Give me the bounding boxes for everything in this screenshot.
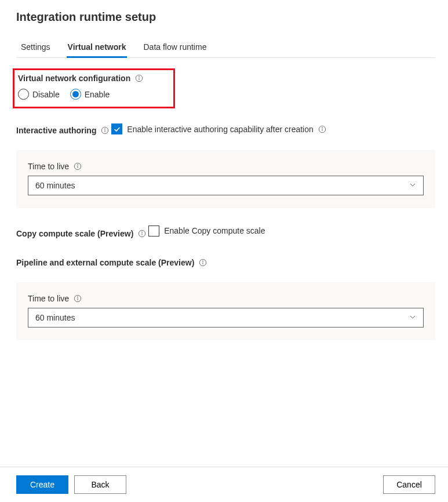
pipeline-label: Pipeline and external compute scale (Pre…	[16, 258, 207, 267]
vnet-config-label: Virtual network configuration	[18, 74, 143, 83]
interactive-ttl-value: 60 minutes	[35, 181, 75, 190]
interactive-label-text: Interactive authoring	[16, 126, 96, 135]
back-button[interactable]: Back	[74, 475, 126, 494]
interactive-authoring-section: Interactive authoring Enable interactive…	[16, 120, 435, 208]
svg-point-13	[142, 231, 143, 232]
radio-disable-label: Disable	[32, 90, 60, 99]
copy-compute-checkbox[interactable]	[148, 225, 159, 237]
svg-point-1	[139, 77, 140, 77]
pipeline-ttl-select[interactable]: 60 minutes	[28, 308, 424, 328]
interactive-checkbox-row: Enable interactive authoring capability …	[111, 123, 326, 134]
interactive-checkbox[interactable]	[111, 123, 122, 134]
interactive-ttl-label-text: Time to live	[28, 162, 69, 171]
pipeline-ttl-label-text: Time to live	[28, 294, 69, 303]
interactive-ttl-label: Time to live	[28, 162, 82, 171]
pipeline-ttl-value: 60 minutes	[35, 313, 75, 322]
interactive-label: Interactive authoring	[16, 126, 109, 135]
copy-compute-label: Copy compute scale (Preview)	[16, 229, 146, 238]
pipeline-ttl-panel: Time to live 60 minutes	[16, 282, 435, 340]
cancel-button[interactable]: Cancel	[383, 475, 435, 494]
vnet-radio-group: Disable Enable	[18, 89, 165, 100]
copy-compute-section: Copy compute scale (Preview) Enable Copy…	[16, 222, 435, 244]
svg-point-10	[78, 164, 78, 165]
pipeline-ttl-label: Time to live	[28, 294, 82, 303]
footer: Create Back Cancel	[0, 467, 448, 502]
chevron-down-icon	[409, 181, 416, 190]
svg-point-16	[203, 260, 203, 261]
info-icon[interactable]	[74, 162, 82, 170]
page-title: Integration runtime setup	[16, 10, 435, 24]
radio-circle-icon	[70, 89, 81, 100]
info-icon[interactable]	[74, 294, 82, 303]
radio-enable[interactable]: Enable	[70, 89, 110, 100]
chevron-down-icon	[409, 313, 416, 322]
svg-point-7	[322, 127, 322, 128]
svg-point-4	[105, 128, 105, 129]
interactive-ttl-select[interactable]: 60 minutes	[28, 176, 424, 195]
info-icon[interactable]	[199, 259, 207, 267]
copy-compute-label-text: Copy compute scale (Preview)	[16, 229, 133, 238]
vnet-config-label-text: Virtual network configuration	[18, 74, 130, 83]
tabs: Settings Virtual network Data flow runti…	[16, 38, 435, 58]
copy-compute-checkbox-label: Enable Copy compute scale	[164, 226, 265, 235]
tab-data-flow-runtime[interactable]: Data flow runtime	[143, 38, 206, 57]
info-icon[interactable]	[138, 230, 146, 238]
info-icon[interactable]	[101, 126, 109, 134]
tab-settings[interactable]: Settings	[21, 38, 50, 57]
tab-virtual-network[interactable]: Virtual network	[68, 38, 126, 57]
radio-disable[interactable]: Disable	[18, 89, 60, 100]
copy-compute-checkbox-row: Enable Copy compute scale	[148, 225, 265, 237]
info-icon[interactable]	[318, 125, 326, 133]
vnet-config-highlight: Virtual network configuration Disable En…	[13, 68, 175, 108]
info-icon[interactable]	[135, 74, 143, 82]
radio-enable-label: Enable	[85, 90, 110, 99]
pipeline-label-text: Pipeline and external compute scale (Pre…	[16, 258, 194, 267]
svg-point-19	[78, 296, 78, 297]
radio-circle-icon	[18, 89, 29, 100]
interactive-ttl-panel: Time to live 60 minutes	[16, 150, 435, 208]
pipeline-section: Pipeline and external compute scale (Pre…	[16, 258, 435, 340]
interactive-checkbox-label: Enable interactive authoring capability …	[127, 125, 313, 134]
create-button[interactable]: Create	[16, 475, 68, 494]
